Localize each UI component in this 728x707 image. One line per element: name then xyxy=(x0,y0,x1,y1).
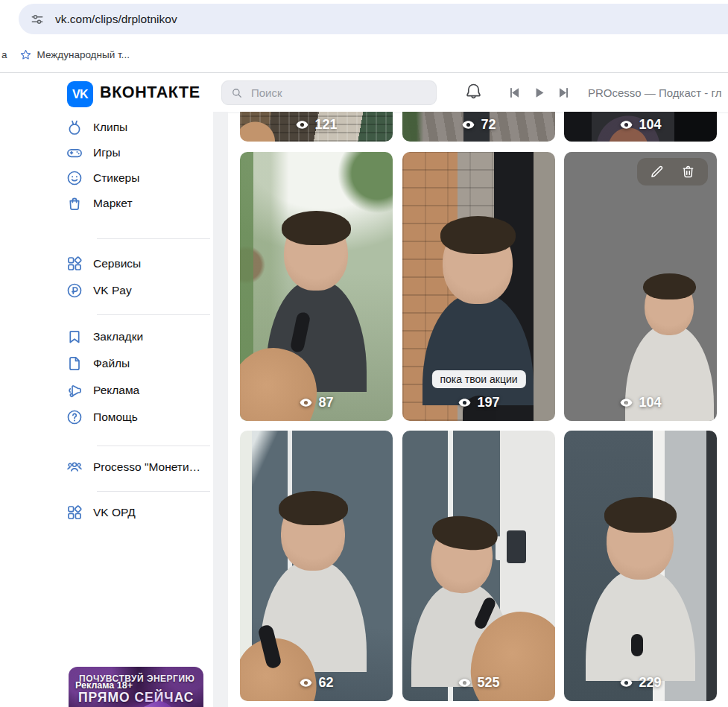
sidebar-scrollbar[interactable] xyxy=(213,112,228,707)
view-count-value: 72 xyxy=(481,117,496,133)
eye-icon xyxy=(299,676,313,690)
vk-header: VK ВКОНТАКТЕ PROcesso — Подкаст - гл xyxy=(0,72,728,113)
market-icon xyxy=(66,194,83,212)
clip-card[interactable]: 104 xyxy=(564,152,717,421)
vk-logo[interactable]: VK xyxy=(67,81,93,107)
clip-card[interactable]: 104 xyxy=(564,112,717,142)
person-torso xyxy=(422,294,534,405)
eye-icon xyxy=(299,396,313,410)
clip-card[interactable]: 62 xyxy=(240,431,393,701)
sidebar-item-bookmarks[interactable]: Закладки xyxy=(66,323,213,350)
address-bar[interactable]: vk.com/clips/drplotnikov xyxy=(19,4,728,34)
clip-card[interactable]: 87 xyxy=(240,152,393,421)
sidebar-nav: Клипы Игры Стикеры xyxy=(0,112,213,526)
sidebar-item-services[interactable]: Сервисы xyxy=(66,250,213,277)
sidebar-item-clips[interactable]: Клипы xyxy=(66,115,213,140)
games-icon xyxy=(66,144,83,162)
sidebar-item-label: VK Pay xyxy=(93,284,132,297)
next-track-icon[interactable] xyxy=(557,86,571,100)
sidebar-item-label: Реклама xyxy=(93,384,139,397)
tune-icon[interactable] xyxy=(30,12,45,27)
bookmarks-icon xyxy=(66,328,83,346)
eye-icon xyxy=(461,118,475,132)
clip-card[interactable]: пока твои акции 197 xyxy=(402,152,555,421)
files-icon xyxy=(66,355,83,372)
view-count: 525 xyxy=(402,675,555,691)
eye-icon xyxy=(619,676,633,690)
clip-card[interactable]: 72 xyxy=(402,112,555,142)
sidebar-item-label: Файлы xyxy=(93,357,130,370)
view-count: 62 xyxy=(240,675,393,691)
vkord-icon xyxy=(66,504,83,521)
sidebar-item-community[interactable]: Processo "Монети… xyxy=(66,454,213,481)
sidebar-divider xyxy=(97,446,210,446)
sidebar: Клипы Игры Стикеры xyxy=(0,112,213,707)
view-count-value: 121 xyxy=(314,117,337,133)
prev-track-icon[interactable] xyxy=(507,86,522,100)
clip-caption: пока твои акции xyxy=(431,370,525,388)
now-playing-title[interactable]: PROcesso — Подкаст - гл xyxy=(588,86,721,99)
play-icon[interactable] xyxy=(532,86,546,100)
sidebar-item-games[interactable]: Игры xyxy=(66,140,213,165)
stickers-icon xyxy=(66,169,83,187)
eye-icon xyxy=(619,396,633,410)
url-text: vk.com/clips/drplotnikov xyxy=(55,13,177,26)
community-icon xyxy=(66,458,83,476)
sidebar-item-stickers[interactable]: Стикеры xyxy=(66,165,213,191)
eye-icon xyxy=(619,118,633,132)
sidebar-item-label: Игры xyxy=(93,146,121,159)
eye-icon xyxy=(458,676,472,690)
sidebar-item-label: VK ОРД xyxy=(93,506,136,519)
sidebar-item-label: Помощь xyxy=(93,410,138,424)
sidebar-item-vk-pay[interactable]: VK Pay xyxy=(66,277,213,304)
clips-icon xyxy=(66,118,83,136)
clip-actions-overlay xyxy=(637,158,708,186)
vkpay-icon xyxy=(66,282,83,299)
search-icon xyxy=(230,86,244,100)
sidebar-item-label: Processo "Монети… xyxy=(93,460,200,474)
edit-icon[interactable] xyxy=(649,164,665,180)
sidebar-divider xyxy=(97,491,210,492)
person-head xyxy=(443,222,513,304)
services-icon xyxy=(66,255,83,273)
sidebar-item-label: Маркет xyxy=(93,197,133,210)
view-count: 229 xyxy=(564,675,717,691)
sidebar-divider xyxy=(97,314,210,315)
ad-banner[interactable]: ПОЧУВСТВУЙ ЭНЕРГИЮ Реклама 18+ ПРЯМО СЕЙ… xyxy=(69,667,203,707)
sidebar-item-label: Сервисы xyxy=(93,257,141,270)
person-torso xyxy=(586,569,696,681)
search-field[interactable] xyxy=(221,80,437,105)
bell-icon[interactable] xyxy=(463,81,484,101)
bookmark-partial-label[interactable]: а xyxy=(1,49,7,60)
bookmark-label: Международный т... xyxy=(37,49,130,60)
view-count-value: 62 xyxy=(318,675,333,691)
help-icon xyxy=(66,408,83,426)
view-count-value: 104 xyxy=(639,395,661,410)
clip-card[interactable]: 121 xyxy=(240,112,393,142)
clip-card[interactable]: 525 xyxy=(402,431,555,701)
view-count: 72 xyxy=(402,117,555,133)
ad-age-badge: Реклама 18+ xyxy=(75,680,133,691)
vk-brand-wordmark[interactable]: ВКОНТАКТЕ xyxy=(100,83,200,102)
search-input[interactable] xyxy=(250,86,417,100)
sidebar-item-vk-ord[interactable]: VK ОРД xyxy=(66,499,213,526)
view-count: 104 xyxy=(564,395,717,410)
sidebar-item-ads[interactable]: Реклама xyxy=(66,377,213,404)
delete-icon[interactable] xyxy=(680,164,696,180)
view-count: 87 xyxy=(240,395,393,410)
view-count: 197 xyxy=(402,395,555,410)
sidebar-item-label: Закладки xyxy=(93,330,143,343)
sidebar-item-label: Клипы xyxy=(93,121,127,134)
view-count-value: 197 xyxy=(477,395,499,410)
person-head xyxy=(427,518,496,596)
view-count-value: 229 xyxy=(639,675,661,691)
bookmark-item[interactable]: Международный т... xyxy=(19,48,130,61)
view-count-value: 87 xyxy=(318,395,333,410)
clip-card[interactable]: 229 xyxy=(564,431,717,701)
person-head xyxy=(645,277,694,335)
sidebar-item-files[interactable]: Файлы xyxy=(66,350,213,377)
sidebar-item-market[interactable]: Маркет xyxy=(66,191,213,216)
mini-player xyxy=(507,86,571,100)
browser-address-row: vk.com/clips/drplotnikov xyxy=(0,0,728,37)
sidebar-item-help[interactable]: Помощь xyxy=(66,404,213,431)
